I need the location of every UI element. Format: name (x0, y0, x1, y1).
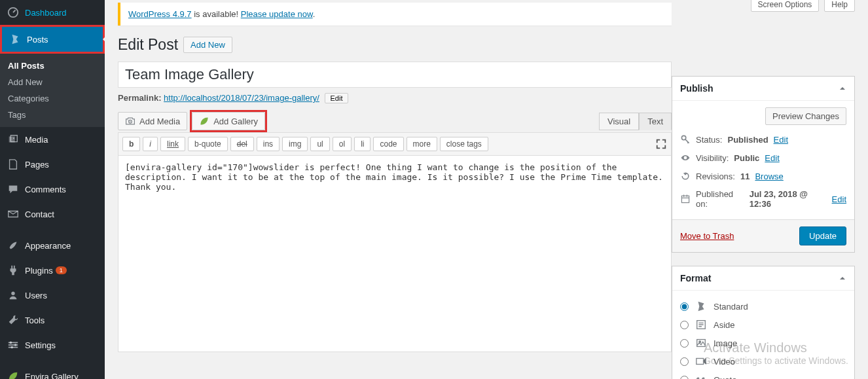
sidebar-item-envira[interactable]: Envira Gallery (0, 364, 105, 379)
publish-heading: Publish (680, 83, 714, 94)
toggle-arrow-icon[interactable] (839, 274, 846, 282)
sidebar-item-tools[interactable]: Tools (0, 308, 105, 333)
update-notice: WordPress 4.9.7 is available! Please upd… (118, 3, 672, 26)
format-box: Format Standard Aside (672, 266, 855, 379)
sidebar-sub-add-new[interactable]: Add New (0, 74, 105, 90)
format-label: Quote (714, 375, 736, 380)
tools-icon (7, 314, 20, 327)
post-title-input[interactable] (118, 62, 672, 88)
preview-changes-button[interactable]: Preview Changes (765, 107, 846, 125)
update-now-link[interactable]: Please update now (241, 9, 313, 19)
move-to-trash-link[interactable]: Move to Trash (680, 231, 734, 241)
add-gallery-label: Add Gallery (213, 117, 258, 126)
permalink-edit-button[interactable]: Edit (325, 93, 349, 103)
format-radio[interactable] (680, 302, 689, 311)
format-radio[interactable] (680, 321, 689, 329)
sidebar-label: Media (25, 135, 48, 145)
add-gallery-button[interactable]: Add Gallery (192, 112, 265, 130)
fullscreen-icon[interactable] (655, 138, 667, 150)
tb-more[interactable]: more (407, 137, 437, 151)
screen-options-button[interactable]: Screen Options (751, 0, 820, 12)
update-button[interactable]: Update (799, 226, 846, 245)
tb-ul[interactable]: ul (310, 137, 329, 151)
format-option-standard[interactable]: Standard (680, 297, 846, 316)
pin-icon (695, 300, 707, 312)
published-value: Jul 23, 2018 @ 12:36 (750, 189, 827, 209)
permalink-row: Permalink: http://localhost/2018/07/23/i… (118, 93, 672, 103)
sidebar-sub-categories[interactable]: Categories (0, 90, 105, 107)
help-button[interactable]: Help (824, 0, 855, 12)
format-option-aside[interactable]: Aside (680, 316, 846, 334)
format-radio[interactable] (680, 339, 689, 348)
format-radio[interactable] (680, 376, 689, 380)
visibility-edit-link[interactable]: Edit (765, 153, 779, 163)
page-header: Edit Post Add New (118, 36, 672, 54)
sidebar-label: Plugins (25, 266, 53, 276)
post-content-textarea[interactable] (118, 156, 672, 352)
sidebar-item-comments[interactable]: Comments (0, 177, 105, 202)
sidebar-label: Pages (25, 160, 49, 170)
sidebar-item-settings[interactable]: Settings (0, 333, 105, 357)
svg-point-1 (13, 137, 14, 139)
format-radio[interactable] (680, 357, 689, 366)
tb-del[interactable]: del (230, 137, 254, 151)
add-new-button[interactable]: Add New (183, 37, 232, 53)
add-media-button[interactable]: Add Media (118, 112, 187, 130)
permalink-url[interactable]: http://localhost/2018/07/23/image-galler… (164, 93, 319, 103)
sidebar-label: Dashboard (25, 8, 67, 18)
sidebar-item-appearance[interactable]: Appearance (0, 233, 105, 258)
revisions-browse-link[interactable]: Browse (755, 171, 783, 181)
sidebar-item-plugins[interactable]: Plugins 1 (0, 258, 105, 283)
pin-icon (9, 33, 22, 46)
status-edit-link[interactable]: Edit (774, 135, 788, 145)
revisions-icon (680, 171, 691, 181)
tb-ins[interactable]: ins (257, 137, 280, 151)
main-content: Screen Options Help WordPress 4.9.7 is a… (105, 0, 868, 379)
plugins-badge: 1 (56, 266, 67, 274)
format-label: Standard (714, 302, 748, 312)
published-edit-link[interactable]: Edit (832, 194, 846, 204)
svg-point-12 (681, 135, 685, 139)
calendar-icon (680, 194, 691, 204)
tb-li[interactable]: li (354, 137, 371, 151)
tb-close-tags[interactable]: close tags (440, 137, 488, 151)
visibility-icon (680, 153, 691, 163)
sidebar-sub-all-posts[interactable]: All Posts (0, 58, 105, 74)
sidebar-item-pages[interactable]: Pages (0, 152, 105, 177)
svg-rect-17 (696, 359, 704, 365)
plugins-icon (7, 264, 20, 277)
tb-bquote[interactable]: b-quote (188, 137, 228, 151)
tab-text[interactable]: Text (639, 113, 672, 130)
tb-img[interactable]: img (282, 137, 308, 151)
svg-point-11 (130, 121, 131, 122)
sidebar-item-media[interactable]: Media (0, 127, 105, 152)
publish-box: Publish Preview Changes Status: Publishe… (672, 76, 855, 253)
toggle-arrow-icon[interactable] (839, 84, 846, 92)
visibility-value: Public (734, 153, 759, 163)
tb-code[interactable]: code (373, 137, 403, 151)
sidebar-item-users[interactable]: Users (0, 283, 105, 308)
svg-point-6 (10, 342, 12, 344)
format-label: Aside (714, 320, 735, 330)
svg-point-2 (11, 292, 14, 295)
sidebar-item-posts[interactable]: Posts (2, 27, 103, 52)
sidebar-item-dashboard[interactable]: Dashboard (0, 0, 105, 25)
tab-visual[interactable]: Visual (599, 113, 639, 130)
add-media-label: Add Media (139, 117, 180, 126)
comments-icon (7, 183, 20, 196)
format-option-video[interactable]: Video (680, 352, 846, 370)
format-option-image[interactable]: Image (680, 334, 846, 352)
sidebar-sub-tags[interactable]: Tags (0, 107, 105, 123)
key-icon (680, 134, 691, 145)
svg-point-7 (14, 344, 17, 346)
wordpress-version-link[interactable]: WordPress 4.9.7 (128, 9, 192, 19)
tb-ol[interactable]: ol (333, 137, 352, 151)
sidebar-label: Comments (25, 185, 66, 194)
tb-bold[interactable]: b (122, 137, 140, 151)
tb-link[interactable]: link (160, 137, 185, 151)
format-label: Video (714, 357, 735, 367)
tb-italic[interactable]: i (143, 137, 158, 151)
sidebar-item-contact[interactable]: Contact (0, 202, 105, 226)
format-option-quote[interactable]: Quote (680, 370, 846, 379)
media-icon (7, 133, 20, 146)
